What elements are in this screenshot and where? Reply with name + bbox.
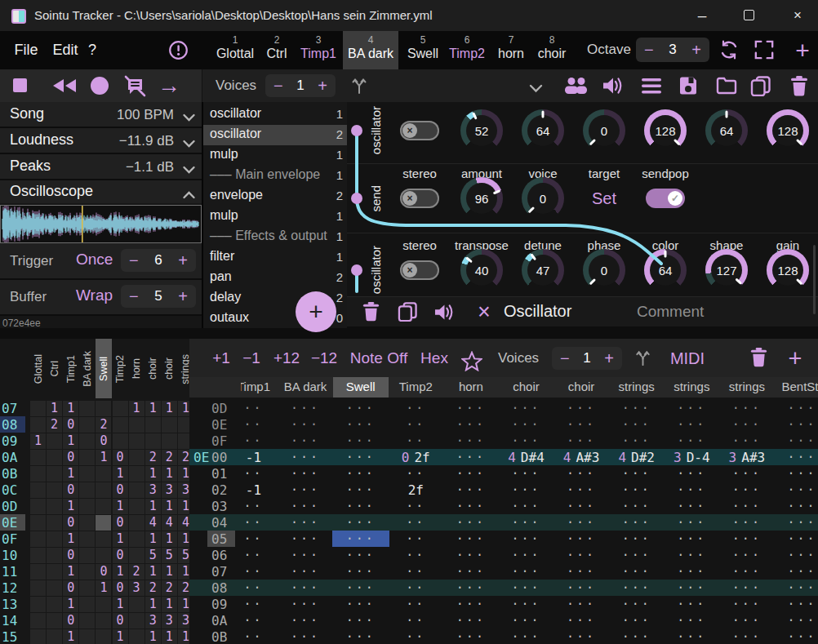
note-cell[interactable]: ··· <box>499 416 554 433</box>
star-icon[interactable] <box>461 351 482 375</box>
note-cell[interactable]: ··· <box>609 498 665 514</box>
note-cell[interactable]: ··· <box>664 482 719 498</box>
matrix-cell[interactable]: 1 <box>113 466 128 482</box>
matrix-cell[interactable]: 1 <box>63 466 78 482</box>
stereo-toggle[interactable]: × <box>400 189 439 208</box>
matrix-cell[interactable] <box>47 433 62 449</box>
chevron-down-icon[interactable] <box>183 136 195 151</box>
note-cell[interactable]: ··· <box>664 465 719 482</box>
unit-row--main-envelope[interactable]: ––– Main envelope1 <box>203 166 349 186</box>
note-cell[interactable]: ·· <box>388 563 443 580</box>
note-cell[interactable]: ··· <box>443 465 499 482</box>
note-cell[interactable]: ··· <box>333 580 389 596</box>
matrix-cell[interactable] <box>129 531 144 547</box>
note-cell[interactable]: 3D-4 <box>664 449 719 465</box>
matrix-cell[interactable] <box>47 515 62 531</box>
note-voices-minus-button[interactable]: − <box>560 350 570 366</box>
note-cell[interactable]: ··· <box>775 628 818 644</box>
note-cell[interactable]: ··· <box>775 612 818 628</box>
matrix-cell[interactable] <box>129 417 144 433</box>
save-icon[interactable] <box>678 76 698 99</box>
matrix-cell[interactable] <box>96 515 111 531</box>
matrix-cell[interactable]: 0 <box>63 482 78 498</box>
note-cell[interactable]: ··· <box>443 416 499 433</box>
note-cell[interactable]: ··· <box>499 433 554 449</box>
matrix-cell[interactable]: 1 <box>178 531 189 547</box>
note-cell[interactable]: ··· <box>278 400 333 416</box>
record-icon[interactable] <box>91 77 109 95</box>
prop-row-peaks[interactable]: Peaks−1.1 dB <box>0 154 202 180</box>
note-cell[interactable]: ··· <box>443 531 499 547</box>
note-cell[interactable]: ··· <box>443 400 499 416</box>
note-cell[interactable]: ··· <box>553 612 609 628</box>
matrix-cell[interactable]: 1 <box>178 466 189 482</box>
matrix-cell[interactable]: 1 <box>178 401 189 416</box>
matrix-cell[interactable]: 1 <box>63 433 78 449</box>
note-cell[interactable]: ··· <box>553 628 609 644</box>
tab-ba-dark[interactable]: 4BA dark <box>343 31 398 69</box>
matrix-cell[interactable] <box>79 515 95 531</box>
note-cell[interactable]: ··· <box>333 612 389 628</box>
sendpop-toggle[interactable]: ✓ <box>646 189 685 208</box>
note-cell[interactable]: ··· <box>333 514 389 531</box>
note-cell[interactable]: ··· <box>499 400 554 416</box>
note-cell[interactable]: ··· <box>553 498 609 514</box>
matrix-cell[interactable] <box>145 433 161 449</box>
matrix-cell[interactable]: 1 <box>113 499 128 514</box>
track-header-swell[interactable]: Swell <box>333 380 389 393</box>
note-cell[interactable]: ·· <box>226 547 282 563</box>
note-cell[interactable]: ·· <box>388 400 443 416</box>
unit-row-oscillator[interactable]: oscillator2 <box>203 125 349 145</box>
note-cell[interactable]: ··· <box>664 400 719 416</box>
note-cell[interactable]: ··· <box>719 433 775 449</box>
knob[interactable]: 128 <box>767 109 809 152</box>
track-header-timp2[interactable]: Timp2 <box>388 380 443 393</box>
matrix-cell[interactable] <box>47 597 62 612</box>
chevron-down-icon[interactable] <box>529 82 543 96</box>
note-cell[interactable]: ··· <box>553 482 609 498</box>
note-cell[interactable]: ··· <box>443 433 499 449</box>
stop-icon[interactable] <box>13 78 27 92</box>
matrix-cell[interactable]: 5 <box>145 548 161 563</box>
add-instrument-button[interactable]: + <box>789 34 816 67</box>
unit-comment-field[interactable]: Comment <box>637 303 704 321</box>
matrix-cell[interactable]: 0 <box>63 515 78 531</box>
matrix-cell[interactable]: 1 <box>178 629 189 644</box>
matrix-cell[interactable] <box>178 433 189 449</box>
note-cell[interactable]: ··· <box>775 465 818 482</box>
matrix-cell[interactable] <box>47 629 62 644</box>
note-cell[interactable]: ··· <box>553 596 609 612</box>
matrix-cell[interactable]: 0 <box>63 613 78 628</box>
tab-choir[interactable]: 8choir <box>529 31 575 69</box>
tab-timp1[interactable]: 3Timp1 <box>296 31 341 69</box>
note-cell[interactable]: ··· <box>609 465 665 482</box>
matrix-cell[interactable] <box>30 580 46 596</box>
note-cell[interactable]: ··· <box>719 400 775 416</box>
matrix-cell[interactable] <box>47 450 62 465</box>
prop-row-loudness[interactable]: Loudness−11.9 dB <box>0 128 202 154</box>
note-cell[interactable]: ··· <box>443 563 499 580</box>
matrix-cell[interactable]: 1 <box>162 597 177 612</box>
matrix-track-header[interactable]: choir <box>145 340 160 398</box>
matrix-cell[interactable] <box>30 548 46 563</box>
matrix-cell[interactable] <box>79 482 95 498</box>
matrix-cell[interactable]: 0 <box>63 417 78 433</box>
note-cell[interactable]: ··· <box>609 416 665 433</box>
note-cell[interactable]: ··· <box>499 482 554 498</box>
note-cell[interactable]: ··· <box>775 433 818 449</box>
matrix-cell[interactable]: 1 <box>162 564 177 580</box>
matrix-cell[interactable]: 1 <box>162 499 177 514</box>
matrix-cell[interactable]: 3 <box>162 482 177 498</box>
note-cell[interactable]: ··· <box>609 628 665 644</box>
matrix-cell[interactable]: 0 <box>113 482 128 498</box>
note-cell[interactable]: ··· <box>333 498 389 514</box>
matrix-cell[interactable]: 1 <box>129 401 144 416</box>
matrix-cell[interactable] <box>79 564 95 580</box>
note-cell[interactable]: ·· <box>388 547 443 563</box>
note-cell[interactable]: ··· <box>553 514 609 531</box>
instruments-icon[interactable] <box>563 77 589 98</box>
note-cell[interactable]: ··· <box>664 514 719 531</box>
knob[interactable]: 128 <box>644 109 687 152</box>
note-cell[interactable]: ··· <box>333 465 389 482</box>
note-cell[interactable]: ··· <box>443 580 499 596</box>
